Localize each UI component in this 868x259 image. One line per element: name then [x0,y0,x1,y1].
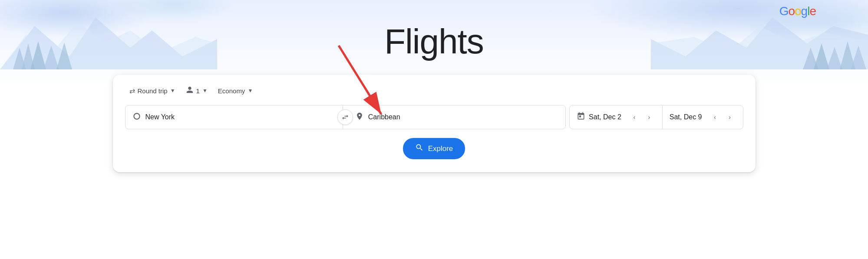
search-card: ⇄ Round trip ▼ 1 ▼ Economy ▼ [113,75,756,172]
origin-value: New York [145,113,175,121]
search-icon [415,143,424,154]
passengers-button[interactable]: 1 ▼ [182,83,212,98]
swap-button[interactable] [337,109,353,125]
search-options-row: ⇄ Round trip ▼ 1 ▼ Economy ▼ [125,83,743,98]
main-content: Flights ⇄ Round trip ▼ 1 ▼ [109,13,760,172]
return-date-prev[interactable]: ‹ [708,110,722,124]
trip-type-button[interactable]: ⇄ Round trip ▼ [125,84,180,98]
explore-button[interactable]: Explore [403,138,465,159]
round-trip-icon: ⇄ [129,87,135,95]
return-date-next[interactable]: › [723,110,737,124]
page-title: Flights [384,22,484,62]
explore-button-container: Explore [125,138,743,159]
destination-field[interactable]: Caribbean [343,105,565,129]
trip-type-label: Round trip [138,87,168,95]
return-date-value: Sat, Dec 9 [670,113,702,121]
depart-date-next[interactable]: › [642,110,656,124]
depart-date-field[interactable]: Sat, Dec 2 ‹ › [570,105,663,129]
explore-label: Explore [428,144,453,153]
date-group: Sat, Dec 2 ‹ › Sat, Dec 9 ‹ › [569,105,743,129]
svg-point-16 [134,113,139,119]
depart-date-nav: ‹ › [625,110,659,124]
destination-icon [355,112,364,123]
calendar-icon [577,112,585,123]
trip-type-chevron: ▼ [170,88,175,94]
cabin-class-chevron: ▼ [248,88,253,94]
search-fields-row: New York Caribbean [125,105,743,129]
passengers-chevron: ▼ [202,88,208,94]
depart-date-prev[interactable]: ‹ [627,110,641,124]
depart-date-value: Sat, Dec 2 [589,113,621,121]
passengers-label: 1 [196,87,200,95]
origin-destination-group: New York Caribbean [125,105,566,129]
cabin-class-label: Economy [218,87,245,95]
person-icon [186,86,194,95]
google-logo: Google [779,4,816,18]
return-date-field[interactable]: Sat, Dec 9 ‹ › [663,105,743,129]
cabin-class-button[interactable]: Economy ▼ [214,85,257,97]
origin-field[interactable]: New York [125,105,343,129]
destination-value: Caribbean [368,113,400,121]
origin-icon [132,112,141,123]
return-date-nav: ‹ › [706,110,739,124]
